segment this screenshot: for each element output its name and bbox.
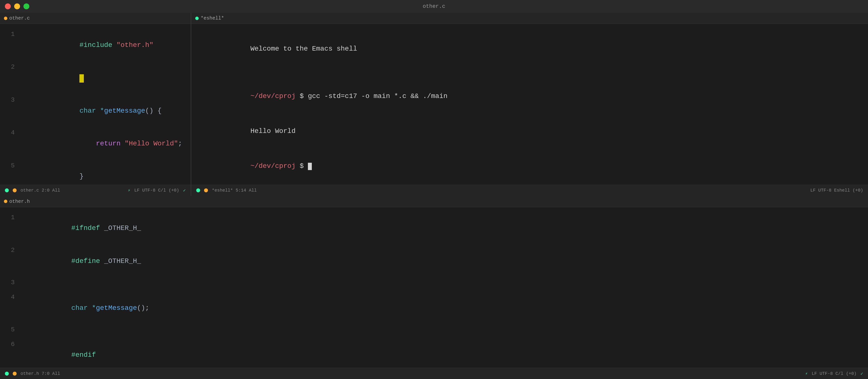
h-func: getMessage xyxy=(96,304,137,312)
h-line-num-3: 3 xyxy=(0,278,22,288)
code-line-2: 2 xyxy=(0,62,191,94)
window-title: other.c xyxy=(423,3,445,9)
h-code-line-1: 1 #ifndef _OTHER_H_ xyxy=(0,212,868,245)
h-guard: _OTHER_H_ xyxy=(104,224,141,232)
h-paren: () xyxy=(137,304,146,312)
line-num-4: 4 xyxy=(0,128,22,138)
h-code-line-2: 2 #define _OTHER_H_ xyxy=(0,245,868,278)
top-left-status-bar: other.c 2:0 All ⚡ LF UTF-8 C/l (+0) ✓ xyxy=(0,185,191,196)
h-line-num-6: 6 xyxy=(0,339,22,350)
eshell-tab[interactable]: *eshell* xyxy=(195,15,224,21)
bottom-tab-bar: other.h xyxy=(0,196,868,207)
h-line-content-6: #endif xyxy=(22,339,96,368)
h-define-val: _OTHER_H_ xyxy=(104,257,141,265)
line-content-2 xyxy=(22,62,84,94)
line-num-1: 1 xyxy=(0,29,22,40)
top-right-status-bar: *eshell* 5:14 All LF UTF-8 Eshell (+0) xyxy=(191,185,868,196)
right-terminal-pane: *eshell* Welcome to the Emacs shell ~/de… xyxy=(191,13,868,196)
h-line-content-2: #define _OTHER_H_ xyxy=(22,245,141,278)
top-section: other.c 1 #include "other.h" 2 xyxy=(0,13,868,196)
bottom-status-check: ✓ xyxy=(861,371,863,376)
code-line-4: 4 return "Hello World"; xyxy=(0,127,191,160)
line-content-1: #include "other.h" xyxy=(22,29,153,62)
keyword-return: return xyxy=(96,140,125,147)
main-content: other.c 1 #include "other.h" 2 xyxy=(0,13,868,379)
h-ifndef: #ifndef xyxy=(71,224,104,232)
other-h-tab-label: other.h xyxy=(9,199,30,204)
bottom-status-encoding: LF UTF-8 C/l (+0) xyxy=(812,371,857,376)
other-c-tab[interactable]: other.c xyxy=(4,15,30,21)
terminal-line-1: ~/dev/cproj $ gcc -std=c17 -o main *.c &… xyxy=(201,79,858,114)
status-lightning: ⚡ xyxy=(128,188,130,193)
code-line-3: 3 char *getMessage() { xyxy=(0,95,191,127)
other-c-code-area[interactable]: 1 #include "other.h" 2 3 xyxy=(0,24,191,185)
bottom-status-lightning: ⚡ xyxy=(805,371,808,376)
status-right-r: LF UTF-8 Eshell (+0) xyxy=(810,188,863,193)
line-content-3: char *getMessage() { xyxy=(22,95,161,127)
terminal-line-blank xyxy=(201,66,858,79)
terminal-cursor xyxy=(308,163,312,170)
type-char: char xyxy=(80,107,100,115)
status-encoding-r: LF UTF-8 Eshell (+0) xyxy=(810,188,863,193)
top-left-tab-bar: other.c xyxy=(0,13,191,24)
h-semi: ; xyxy=(145,304,149,312)
status-right: ⚡ LF UTF-8 C/l (+0) ✓ xyxy=(128,188,186,193)
status-eshell-info: *eshell* 5:14 All xyxy=(212,188,257,193)
h-line-content-1: #ifndef _OTHER_H_ xyxy=(22,212,141,245)
status-dot-orange xyxy=(13,188,17,192)
parens: () xyxy=(145,107,157,115)
status-file-info: other.c 2:0 All xyxy=(21,188,60,193)
h-type-char: char xyxy=(71,304,92,312)
terminal-content[interactable]: Welcome to the Emacs shell ~/dev/cproj $… xyxy=(191,24,868,185)
bottom-status-bar: other.h 7:0 All ⚡ LF UTF-8 C/l (+0) ✓ xyxy=(0,368,868,379)
h-code-line-5: 5 xyxy=(0,325,868,339)
h-define: #define xyxy=(71,257,104,265)
bottom-status-file-info: other.h 7:0 All xyxy=(21,371,60,376)
preprocessor-include: #include xyxy=(80,41,116,49)
status-check: ✓ xyxy=(183,188,186,193)
other-h-tab[interactable]: other.h xyxy=(4,199,30,204)
line-num-5: 5 xyxy=(0,161,22,171)
line-content-5: } xyxy=(22,160,84,185)
bottom-section: other.h 1 #ifndef _OTHER_H_ 2 #define _O… xyxy=(0,196,868,379)
maximize-button[interactable] xyxy=(24,3,29,9)
brace-close: } xyxy=(80,172,84,180)
semicolon: ; xyxy=(178,140,182,147)
line-num-3: 3 xyxy=(0,95,22,105)
status-left: other.c 2:0 All xyxy=(5,188,60,193)
status-dot-green-r xyxy=(196,188,200,192)
emacs-window: other.c other.c 1 xyxy=(0,0,868,379)
h-line-num-2: 2 xyxy=(0,245,22,256)
other-h-code-area[interactable]: 1 #ifndef _OTHER_H_ 2 #define _OTHER_H_ … xyxy=(0,207,868,368)
return-string: "Hello World" xyxy=(125,140,178,147)
h-line-num-5: 5 xyxy=(0,325,22,335)
status-dot-orange-r xyxy=(204,188,208,192)
close-button[interactable] xyxy=(5,3,11,9)
h-star: * xyxy=(92,304,96,312)
h-code-line-4: 4 char *getMessage(); xyxy=(0,292,868,324)
code-line-5: 5 } xyxy=(0,160,191,185)
top-right-tab-bar: *eshell* xyxy=(191,13,868,24)
h-endif: #endif xyxy=(71,351,96,359)
bottom-tab-dot xyxy=(4,200,7,203)
cursor xyxy=(80,74,84,83)
status-left-right: *eshell* 5:14 All xyxy=(196,188,257,193)
h-line-num-4: 4 xyxy=(0,292,22,303)
h-code-line-6: 6 #endif xyxy=(0,339,868,368)
line-content-4: return "Hello World"; xyxy=(22,127,182,160)
star: * xyxy=(100,107,104,115)
bottom-status-dot-green xyxy=(5,372,9,376)
code-line-1: 1 #include "other.h" xyxy=(0,29,191,62)
h-line-num-1: 1 xyxy=(0,213,22,223)
h-line-content-4: char *getMessage(); xyxy=(22,292,149,324)
status-dot-green xyxy=(5,188,9,192)
tab-dot-green xyxy=(195,17,199,20)
bottom-status-left: other.h 7:0 All xyxy=(5,371,60,376)
minimize-button[interactable] xyxy=(14,3,20,9)
h-code-line-3: 3 xyxy=(0,278,868,292)
status-encoding: LF UTF-8 C/l (+0) xyxy=(134,188,179,193)
include-string: "other.h" xyxy=(116,41,153,49)
tab-dot-orange xyxy=(4,17,7,20)
title-bar: other.c xyxy=(0,0,868,13)
terminal-welcome: Welcome to the Emacs shell xyxy=(201,31,858,66)
